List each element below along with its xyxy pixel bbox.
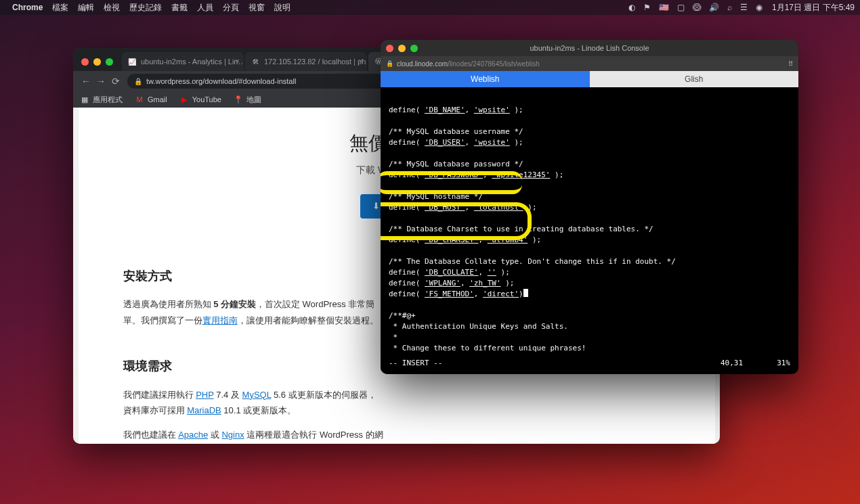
tab-close-icon[interactable]: × [236,57,240,65]
menu-edit[interactable]: 編輯 [78,2,94,14]
battery-icon[interactable]: ▢ [677,3,685,12]
vim-status: -- INSERT --40,3131% [389,358,790,369]
env-text-2: 我們也建議在 Apache 或 Nginx 這兩種最適合執行 WordPress… [123,427,385,444]
mysql-link[interactable]: MySQL [242,390,272,400]
youtube-icon: ▶ [179,95,189,104]
status-icon[interactable]: ⚑ [643,3,651,12]
control-center-icon[interactable]: ☰ [740,3,748,12]
menu-bookmarks[interactable]: 書籤 [171,2,188,14]
menu-file[interactable]: 檔案 [52,2,68,14]
desktop: Chrome 檔案 編輯 檢視 歷史記錄 書籤 人員 分頁 視窗 說明 ◐ ⚑ … [0,0,860,504]
minimize-icon[interactable] [93,58,101,66]
download-icon: ⬇ [372,201,380,211]
menu-view[interactable]: 檢視 [104,2,120,14]
guide-link[interactable]: 實用指南 [202,315,238,325]
flag-icon[interactable]: 🇺🇸 [659,3,669,12]
window-controls [79,58,122,71]
console-tabs: Weblish Glish [381,71,798,87]
lock-icon: 🔒 [134,78,142,85]
close-icon[interactable] [81,58,89,66]
bookmark-gmail[interactable]: MGmail [135,95,167,104]
col-install: 安裝方式 透過廣為使用者所熟知 5 分鐘安裝，首次設定 WordPress 非常… [111,265,397,444]
menu-tab[interactable]: 分頁 [223,2,239,14]
lish-console-window: ubuntu-in2ms - Linode Lish Console 🔒 clo… [381,40,798,374]
vim-mode: -- INSERT -- [389,358,442,369]
menu-window[interactable]: 視窗 [249,2,265,14]
browser-tab[interactable]: 📈 ubuntu-in2ms - Analytics | Lin… × [122,52,244,71]
env-text-1: 我們建議採用執行 PHP 7.4 及 MySQL 5.6 或更新版本的伺服器，資… [123,387,385,419]
install-heading: 安裝方式 [123,265,385,287]
env-heading: 環境需求 [123,355,385,377]
bookmark-youtube[interactable]: ▶YouTube [179,95,221,104]
translate-icon[interactable]: ⠿ [788,60,793,68]
browser-tab[interactable]: 🛠 172.105.123.82 / localhost | ph… × [245,52,367,71]
back-icon[interactable]: ← [79,76,93,87]
menubar-clock[interactable]: 1月17日 週日 下午5:49 [772,2,855,14]
console-titlebar: ubuntu-in2ms - Linode Lish Console [381,40,798,56]
apache-link[interactable]: Apache [178,430,208,440]
bookmark-maps[interactable]: 📍地圖 [234,95,261,105]
tab-close-icon[interactable]: × [359,57,363,65]
vim-percent: 31% [777,358,790,369]
menubar-app-name[interactable]: Chrome [12,3,43,12]
zoom-icon[interactable] [410,45,418,52]
maps-icon: 📍 [234,95,243,104]
install-text: 透過廣為使用者所熟知 5 分鐘安裝，首次設定 WordPress 非常簡單。我們… [123,296,385,328]
favicon-icon: 🛠 [251,57,260,66]
lock-icon: 🔒 [386,60,393,67]
gmail-icon: M [135,95,144,104]
siri-icon[interactable]: ◉ [756,3,762,12]
menu-help[interactable]: 說明 [274,2,291,14]
console-url[interactable]: cloud.linode.com/linodes/24078645/lish/w… [397,60,788,68]
apps-icon: ▦ [80,95,89,104]
close-icon[interactable] [386,45,393,52]
search-icon[interactable]: ⌕ [727,3,732,12]
window-controls [386,45,423,52]
menu-history[interactable]: 歷史記錄 [129,2,162,14]
console-addr-bar: 🔒 cloud.linode.com/linodes/24078645/lish… [381,56,798,71]
terminal[interactable]: define( 'DB_NAME', 'wpsite' ); /** MySQL… [381,87,798,374]
cursor [523,289,528,297]
php-link[interactable]: PHP [196,390,214,400]
favicon-icon: 📈 [127,57,137,66]
tab-label: ubuntu-in2ms - Analytics | Lin… [141,58,244,66]
status-icon[interactable]: ◐ [628,3,635,12]
tab-weblish[interactable]: Weblish [381,71,590,87]
tab-label: 172.105.123.82 / localhost | ph… [264,58,367,66]
tab-glish[interactable]: Glish [590,71,799,87]
reload-icon[interactable]: ⟳ [108,76,123,87]
vim-pos: 40,31 [721,358,743,369]
nginx-link[interactable]: Nginx [221,430,244,440]
zoom-icon[interactable] [106,58,113,66]
console-title: ubuntu-in2ms - Linode Lish Console [381,44,798,52]
minimize-icon[interactable] [398,45,406,52]
bookmark-apps[interactable]: ▦應用程式 [80,95,123,105]
wifi-icon[interactable]: ⨷ [693,3,701,12]
menu-people[interactable]: 人員 [197,2,213,14]
url-text: tw.wordpress.org/download/#download-inst… [146,77,296,85]
forward-icon[interactable]: → [93,76,108,87]
volume-icon[interactable]: 🔊 [709,3,719,12]
mariadb-link[interactable]: MariaDB [187,405,221,415]
macos-menubar: Chrome 檔案 編輯 檢視 歷史記錄 書籤 人員 分頁 視窗 說明 ◐ ⚑ … [0,0,860,15]
